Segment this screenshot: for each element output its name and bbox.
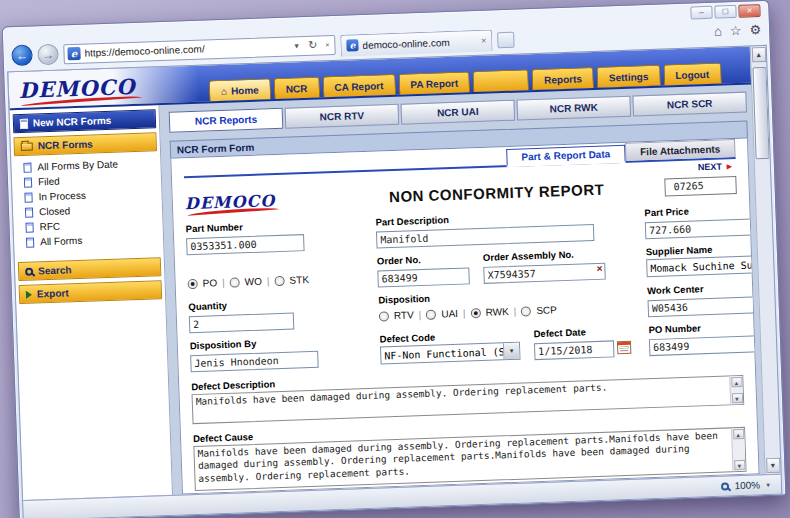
clear-icon[interactable]: ×: [596, 263, 602, 274]
po-number-input[interactable]: [649, 335, 760, 356]
zoom-level[interactable]: 100%: [734, 479, 760, 491]
radio-rwk-label: RWK: [485, 306, 509, 318]
stop-icon[interactable]: ×: [323, 41, 331, 48]
disposition-by-input[interactable]: [190, 351, 319, 372]
defect-code-select[interactable]: NF-Non Functional (Su ▼: [380, 342, 521, 365]
maximize-icon: □: [723, 6, 729, 16]
form-icon: [26, 237, 34, 247]
scroll-up-icon[interactable]: ▲: [731, 377, 742, 387]
form-icon: [24, 192, 32, 202]
part-description-group: Part Description: [375, 208, 627, 249]
report-title: NON CONFORMITY REPORT: [344, 179, 648, 207]
radio-wo[interactable]: [230, 277, 240, 287]
sidebar-item-closed[interactable]: Closed: [25, 202, 162, 218]
home-icon[interactable]: ⌂: [714, 23, 722, 38]
nav-tab-pa-report[interactable]: PA Report: [398, 71, 470, 94]
tab-ncr-rwk[interactable]: NCR RWK: [516, 96, 631, 121]
scroll-down-button[interactable]: ▼: [766, 458, 781, 473]
sidebar-header-search[interactable]: Search: [18, 257, 162, 281]
sidebar-header-export[interactable]: Export: [19, 280, 163, 304]
refresh-icon[interactable]: ↻: [306, 38, 320, 51]
sidebar-item-all-forms[interactable]: All Forms: [26, 232, 163, 248]
quantity-input[interactable]: [189, 313, 295, 334]
new-tab-button[interactable]: [497, 32, 515, 49]
sidebar-header-label: Export: [37, 287, 69, 299]
radio-po[interactable]: [187, 278, 197, 288]
tab-close-icon[interactable]: ×: [481, 36, 487, 46]
tab-ncr-uai[interactable]: NCR UAI: [401, 100, 516, 125]
sidebar-item-in-process[interactable]: In Process: [24, 187, 161, 203]
back-icon: ←: [16, 48, 28, 62]
minimize-button[interactable]: –: [690, 5, 712, 19]
search-icon: [25, 267, 33, 275]
nav-tab-home[interactable]: ⌂ Home: [209, 78, 272, 101]
separator: |: [419, 309, 422, 320]
order-assembly-input[interactable]: [483, 263, 606, 284]
scroll-up-button[interactable]: ▲: [751, 47, 766, 62]
scrollbar-thumb[interactable]: [752, 67, 769, 159]
sidebar-item-filed[interactable]: Filed: [24, 172, 161, 188]
forward-button[interactable]: →: [37, 44, 59, 66]
order-no-input[interactable]: [377, 267, 470, 287]
sidebar-item-rfc[interactable]: RFC: [25, 217, 162, 233]
supplier-name-select[interactable]: Momack Suchine Supp ▼: [646, 254, 760, 277]
nav-tab-reports[interactable]: Reports: [532, 67, 594, 90]
report-number-field[interactable]: 07265: [664, 176, 737, 197]
scroll-down-icon[interactable]: ▼: [734, 460, 745, 470]
tab-ncr-reports[interactable]: NCR Reports: [169, 108, 284, 133]
sidebar-item-all-forms-by-date[interactable]: All Forms By Date: [23, 157, 160, 173]
next-label: NEXT: [698, 161, 722, 172]
work-center-input[interactable]: [648, 296, 760, 317]
main-content: NCR Reports NCR RTV NCR UAI NCR RWK NCR …: [159, 84, 764, 494]
zoom-dropdown-icon[interactable]: ▼: [765, 481, 771, 487]
desktop-background: – □ × ← → e https://democo-online.com/ ▼…: [0, 0, 790, 518]
order-fields-group: Order No. Order Assembly No. ×: [377, 247, 629, 288]
export-icon: [26, 290, 32, 298]
radio-rwk[interactable]: [470, 308, 480, 318]
tab-file-attachments[interactable]: File Attachments: [625, 139, 736, 161]
part-number-input[interactable]: [186, 234, 305, 255]
part-description-input[interactable]: [376, 224, 594, 249]
radio-scp[interactable]: [521, 306, 531, 316]
browser-tab[interactable]: e democo-online.com ×: [340, 29, 493, 56]
defect-date-group: Defect Date: [533, 325, 631, 360]
back-button[interactable]: ←: [11, 44, 33, 66]
quantity-label: Quantity: [188, 295, 360, 312]
nav-tab-ca-report[interactable]: CA Report: [322, 74, 396, 98]
tab-ncr-scr[interactable]: NCR SCR: [632, 92, 747, 117]
sidebar-item-label: All Forms By Date: [37, 159, 118, 173]
radio-rtv[interactable]: [379, 311, 389, 321]
sidebar: New NCR Forms NCR Forms All Forms By Dat…: [10, 105, 174, 500]
select-dropdown-icon[interactable]: ▼: [503, 343, 520, 360]
po-number-label: PO Number: [648, 319, 759, 335]
separator: |: [514, 306, 517, 317]
scroll-down-icon[interactable]: ▼: [731, 393, 742, 403]
tab-ncr-rtv[interactable]: NCR RTV: [285, 104, 400, 129]
nav-tab-logout[interactable]: Logout: [663, 62, 722, 85]
tools-icon[interactable]: ⚙: [749, 22, 761, 37]
order-assembly-group: Order Assembly No. ×: [483, 248, 606, 284]
defect-date-input[interactable]: [534, 340, 615, 360]
nav-tab-ncr[interactable]: NCR: [273, 77, 319, 100]
browser-window: – □ × ← → e https://democo-online.com/ ▼…: [2, 0, 787, 518]
order-no-label: Order No.: [377, 252, 469, 266]
new-form-icon: [20, 118, 28, 128]
favorites-icon[interactable]: ☆: [730, 23, 742, 38]
po-number-group: PO Number: [648, 319, 759, 356]
radio-stk[interactable]: [274, 275, 284, 285]
nav-tab-label: Home: [231, 84, 259, 96]
address-dropdown-icon[interactable]: ▼: [291, 42, 302, 49]
supplier-name-value: Momack Suchine Supp: [647, 258, 759, 273]
maximize-button[interactable]: □: [714, 4, 736, 18]
part-number-label: Part Number: [186, 217, 358, 234]
part-price-input[interactable]: [645, 218, 760, 239]
folder-icon: [21, 142, 33, 150]
nav-tab-settings[interactable]: Settings: [597, 65, 661, 88]
radio-uai[interactable]: [426, 309, 436, 319]
sidebar-item-label: All Forms: [40, 235, 83, 247]
sidebar-header-new-ncr-forms[interactable]: New NCR Forms: [13, 109, 157, 133]
calendar-icon[interactable]: [617, 341, 631, 354]
separator: |: [463, 308, 466, 319]
scroll-up-icon[interactable]: ▲: [733, 429, 744, 439]
close-button[interactable]: ×: [738, 4, 760, 18]
